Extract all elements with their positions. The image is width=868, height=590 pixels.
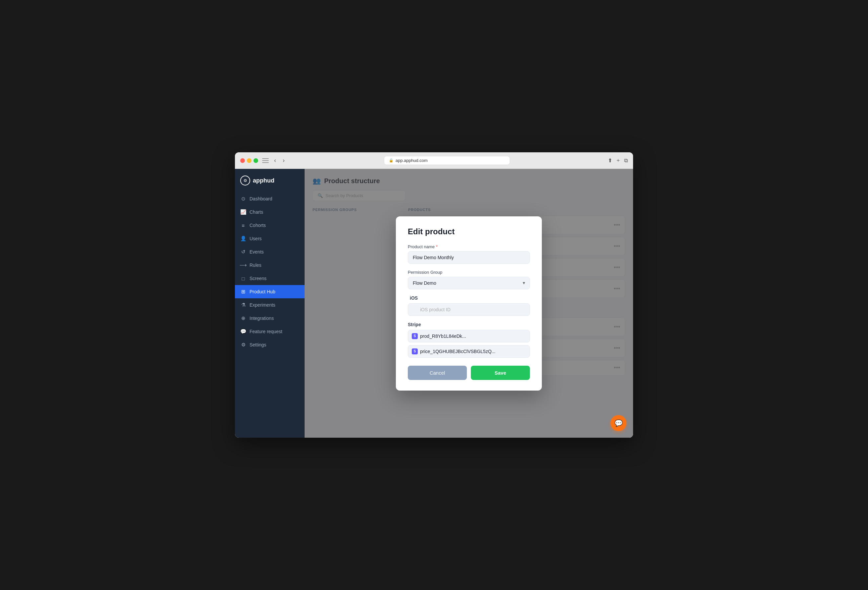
main-content: 👥 Product structure 🔍 Search by Products… [305, 169, 633, 438]
browser-window: ‹ › 🔒 app.apphud.com ⬆ ＋ ⧉ ⊙ apphud ⊙ [235, 152, 633, 438]
chat-button[interactable]: 💬 [611, 415, 626, 431]
stripe-price-wrapper: S [408, 345, 530, 358]
minimize-button[interactable] [247, 158, 251, 163]
browser-chrome: ‹ › 🔒 app.apphud.com ⬆ ＋ ⧉ [235, 152, 633, 169]
sidebar-item-dashboard[interactable]: ⊙ Dashboard [235, 192, 305, 205]
close-button[interactable] [240, 158, 245, 163]
sidebar-item-rules[interactable]: ⟶ Rules [235, 258, 305, 272]
save-button[interactable]: Save [471, 366, 530, 380]
sidebar-item-label: Events [249, 249, 264, 255]
permission-group-select[interactable]: Flow Demo [408, 277, 530, 289]
sidebar-logo: ⊙ apphud [235, 169, 305, 191]
experiments-icon: ⚗ [240, 302, 246, 308]
events-icon: ↺ [240, 249, 246, 255]
cancel-button[interactable]: Cancel [408, 366, 467, 380]
settings-icon: ⚙ [240, 342, 246, 348]
stripe-prod-wrapper: S [408, 330, 530, 342]
sidebar-item-charts[interactable]: 📈 Charts [235, 205, 305, 219]
browser-actions: ⬆ ＋ ⧉ [608, 157, 628, 164]
sidebar-item-feature-request[interactable]: 💬 Feature request [235, 325, 305, 338]
modal-footer: Cancel Save [408, 366, 530, 380]
address-bar-container: 🔒 app.apphud.com [290, 156, 604, 165]
integrations-icon: ⊕ [240, 315, 246, 321]
sidebar-item-label: Screens [249, 276, 266, 281]
sidebar-item-label: Integrations [249, 316, 274, 321]
sidebar-item-label: Product Hub [249, 289, 275, 294]
share-icon[interactable]: ⬆ [608, 157, 612, 164]
ios-group: iOS [408, 295, 530, 316]
traffic-lights [240, 158, 258, 163]
sidebar-item-label: Dashboard [249, 196, 272, 201]
modal-title: Edit product [408, 227, 530, 236]
sidebar-item-label: Users [249, 236, 262, 241]
sidebar-item-events[interactable]: ↺ Events [235, 245, 305, 258]
ios-product-id-input[interactable] [408, 303, 530, 316]
app-container: ⊙ apphud ⊙ Dashboard 📈 Charts ≡ Cohorts [235, 169, 633, 438]
sidebar-item-label: Cohorts [249, 223, 266, 228]
sidebar: ⊙ apphud ⊙ Dashboard 📈 Charts ≡ Cohorts [235, 169, 305, 438]
sidebar-toggle-icon[interactable] [262, 158, 269, 163]
stripe-prod-id-input[interactable] [408, 330, 530, 342]
sidebar-item-experiments[interactable]: ⚗ Experiments [235, 298, 305, 311]
users-icon: 👤 [240, 236, 246, 242]
permission-group-label: Permission Group [408, 270, 530, 275]
sidebar-item-settings[interactable]: ⚙ Settings [235, 338, 305, 351]
stripe-price-id-input[interactable] [408, 345, 530, 358]
logo-icon: ⊙ [240, 176, 250, 186]
screens-icon: □ [240, 276, 246, 282]
sidebar-nav: ⊙ Dashboard 📈 Charts ≡ Cohorts 👤 Users ↺ [235, 191, 305, 438]
sidebar-item-screens[interactable]: □ Screens [235, 272, 305, 285]
cohorts-icon: ≡ [240, 222, 246, 228]
ios-input-wrapper [408, 303, 530, 316]
permission-group-group: Permission Group Flow Demo ▼ [408, 270, 530, 289]
product-name-group: Product name * [408, 244, 530, 264]
feature-request-icon: 💬 [240, 329, 246, 335]
product-name-input[interactable] [408, 251, 530, 264]
sidebar-item-label: Rules [249, 263, 261, 268]
lock-icon: 🔒 [389, 158, 394, 162]
sidebar-item-label: Experiments [249, 302, 275, 308]
sidebar-item-cohorts[interactable]: ≡ Cohorts [235, 219, 305, 232]
forward-button[interactable]: › [281, 156, 286, 165]
edit-product-modal: Edit product Product name * Permission G… [396, 216, 542, 391]
sidebar-item-label: Settings [249, 342, 266, 347]
required-indicator: * [436, 244, 438, 249]
charts-icon: 📈 [240, 209, 246, 215]
stripe-icon-1: S [412, 333, 418, 339]
logo-text: apphud [253, 177, 275, 184]
new-tab-icon[interactable]: ＋ [616, 157, 621, 164]
product-hub-icon: ⊞ [240, 289, 246, 295]
ios-label: iOS [408, 295, 530, 301]
sidebar-item-integrations[interactable]: ⊕ Integrations [235, 311, 305, 325]
product-name-label: Product name * [408, 244, 530, 249]
url-text: app.apphud.com [396, 158, 428, 163]
modal-overlay: Edit product Product name * Permission G… [305, 169, 633, 438]
sidebar-item-label: Charts [249, 209, 263, 215]
stripe-icon-2: S [412, 348, 418, 354]
dashboard-icon: ⊙ [240, 196, 246, 202]
tabs-icon[interactable]: ⧉ [624, 158, 628, 164]
chat-icon: 💬 [614, 419, 623, 427]
sidebar-item-product-hub[interactable]: ⊞ Product Hub [235, 285, 305, 298]
permission-group-wrapper: Flow Demo ▼ [408, 277, 530, 289]
back-button[interactable]: ‹ [273, 156, 278, 165]
sidebar-item-label: Feature request [249, 329, 282, 334]
sidebar-item-users[interactable]: 👤 Users [235, 232, 305, 245]
stripe-label: Stripe [408, 322, 530, 327]
maximize-button[interactable] [254, 158, 258, 163]
rules-icon: ⟶ [240, 262, 246, 268]
address-bar[interactable]: 🔒 app.apphud.com [384, 156, 510, 165]
stripe-group: Stripe S S [408, 322, 530, 358]
